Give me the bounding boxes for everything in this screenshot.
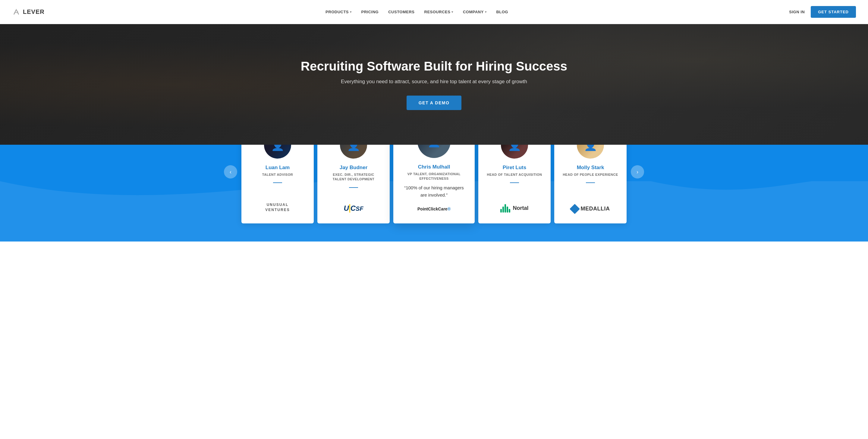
- card-divider: [273, 182, 282, 183]
- testimonial-card-luan: 👤 Luan Lam TALENT ADVISOR UNUSUALVENTURE…: [241, 145, 314, 224]
- card-company-piret: Nortal: [500, 201, 528, 212]
- avatar-chris: 👤: [417, 145, 451, 158]
- card-company-molly: MEDALLIA: [571, 202, 610, 212]
- card-title-luan: TALENT ADVISOR: [262, 173, 293, 177]
- testimonial-card-jay: 👤 Jay Budner EXEC. DIR., STRATEGIC TALEN…: [317, 145, 390, 224]
- card-divider: [586, 182, 595, 183]
- chevron-down-icon: ▾: [485, 10, 487, 13]
- avatar-luan: 👤: [264, 145, 291, 158]
- card-title-molly: HEAD OF PEOPLE EXPERIENCE: [563, 173, 618, 177]
- card-title-jay: EXEC. DIR., STRATEGIC TALENT DEVELOPMENT: [326, 173, 381, 182]
- card-divider: [349, 187, 358, 188]
- card-divider: [510, 182, 519, 183]
- nav-customers[interactable]: CUSTOMERS: [388, 10, 414, 14]
- card-company-jay: U C SF: [344, 201, 363, 212]
- hero-title: Recruiting Software Built for Hiring Suc…: [301, 59, 567, 74]
- card-name-luan: Luan Lam: [266, 165, 290, 171]
- card-company-chris: PointClickCare®: [417, 204, 451, 211]
- card-title-piret: HEAD OF TALENT ACQUISITION: [487, 173, 542, 177]
- card-name-chris: Chris Mulhall: [418, 164, 450, 170]
- nav-blog[interactable]: BLOG: [496, 10, 508, 14]
- card-company-luan: UNUSUALVENTURES: [265, 199, 290, 212]
- nav-company[interactable]: COMPANY ▾: [463, 10, 487, 14]
- card-title-chris: VP TALENT, ORGANIZATIONAL EFFECTIVENESS: [403, 172, 465, 181]
- avatar-molly: 👤: [577, 145, 604, 158]
- logo[interactable]: LEVER: [12, 8, 44, 16]
- nav-links: PRODUCTS ▾ PRICING CUSTOMERS RESOURCES ▾…: [326, 10, 508, 14]
- prev-arrow[interactable]: ‹: [224, 165, 237, 178]
- nav-pricing[interactable]: PRICING: [361, 10, 379, 14]
- testimonials-section: ‹ 👤 Luan Lam TALENT ADVISOR UNUSUALVENTU…: [0, 145, 868, 241]
- card-name-molly: Molly Stark: [577, 165, 604, 171]
- chevron-down-icon: ▾: [350, 10, 352, 13]
- get-started-button[interactable]: GET STARTED: [811, 6, 856, 18]
- lever-logo-icon: [12, 8, 21, 16]
- testimonial-card-piret: 👤 Piret Luts HEAD OF TALENT ACQUISITION …: [478, 145, 551, 224]
- chevron-down-icon: ▾: [452, 10, 453, 13]
- card-name-piret: Piret Luts: [503, 165, 526, 171]
- card-quote-chris: “100% of our hiring managers are involve…: [403, 184, 465, 199]
- testimonial-card-molly: 👤 Molly Stark HEAD OF PEOPLE EXPERIENCE …: [554, 145, 627, 224]
- hero-section: Recruiting Software Built for Hiring Suc…: [0, 24, 868, 145]
- hero-subtitle: Everything you need to attract, source, …: [341, 79, 527, 85]
- nav-products[interactable]: PRODUCTS ▾: [326, 10, 351, 14]
- avatar-jay: 👤: [340, 145, 367, 158]
- get-demo-button[interactable]: GET A DEMO: [407, 95, 462, 110]
- navbar: LEVER PRODUCTS ▾ PRICING CUSTOMERS RESOU…: [0, 0, 868, 24]
- testimonials-carousel: ‹ 👤 Luan Lam TALENT ADVISOR UNUSUALVENTU…: [0, 145, 868, 224]
- testimonial-card-chris: 👤 Chris Mulhall VP TALENT, ORGANIZATIONA…: [393, 145, 475, 224]
- avatar-piret: 👤: [501, 145, 528, 158]
- card-name-jay: Jay Budner: [340, 165, 368, 171]
- nav-actions: SIGN IN GET STARTED: [789, 6, 856, 18]
- sign-in-button[interactable]: SIGN IN: [789, 10, 805, 14]
- nav-resources[interactable]: RESOURCES ▾: [424, 10, 453, 14]
- logo-text: LEVER: [23, 8, 44, 16]
- next-arrow[interactable]: ›: [631, 165, 644, 178]
